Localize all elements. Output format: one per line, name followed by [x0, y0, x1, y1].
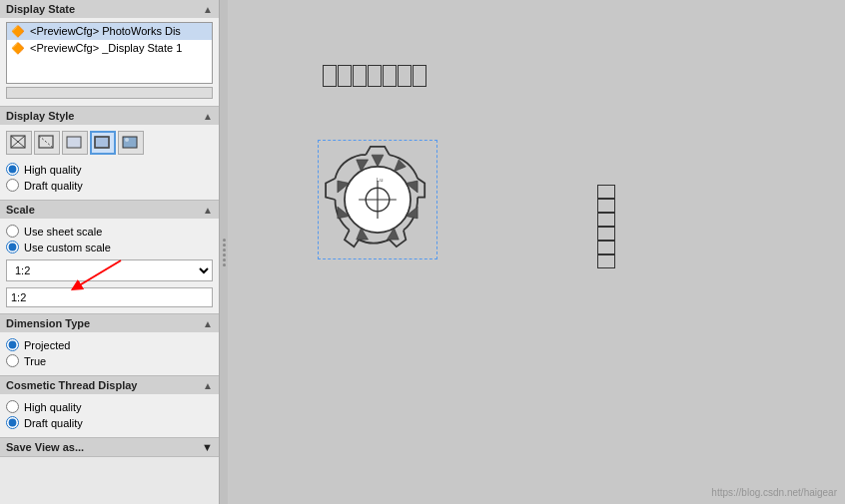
hidden-lines-btn[interactable]	[34, 131, 60, 155]
cosmetic-thread-radio-group: High quality Draft quality	[6, 398, 213, 431]
bracket-0	[323, 65, 337, 87]
scale-chevron: ▲	[203, 205, 213, 216]
sheet-scale-radio[interactable]	[6, 225, 19, 238]
bracket-5	[398, 65, 412, 87]
sheet-scale-label: Use sheet scale	[24, 226, 102, 238]
display-state-header[interactable]: Display State ▲	[0, 0, 219, 18]
scale-content: Use sheet scale Use custom scale 1:2	[0, 219, 219, 313]
ct-draft-quality-radio[interactable]	[6, 416, 19, 429]
gear-svg: Lu	[319, 141, 436, 258]
svg-rect-8	[123, 137, 137, 148]
bracket-2	[353, 65, 367, 87]
projected-option[interactable]: Projected	[6, 338, 213, 351]
ct-draft-quality-label: Draft quality	[24, 417, 83, 429]
display-style-radio-group: High quality Draft quality	[6, 161, 213, 194]
svg-rect-6	[95, 137, 109, 148]
svg-rect-5	[67, 137, 81, 148]
save-view-section: Save View as... ▼	[0, 438, 219, 457]
bracket-4	[383, 65, 397, 87]
high-quality-option[interactable]: High quality	[6, 163, 213, 176]
folder-icon-0: 🔶	[11, 25, 25, 37]
custom-scale-label: Use custom scale	[24, 242, 111, 253]
bracket-1	[338, 65, 352, 87]
display-state-title: Display State	[6, 3, 75, 15]
dimension-type-section: Dimension Type ▲ Projected True	[0, 314, 219, 376]
folder-icon-1: 🔶	[11, 42, 25, 54]
shaded-no-edges-btn[interactable]	[62, 131, 88, 155]
svg-text:Lu: Lu	[377, 177, 384, 183]
gear-container: Lu	[318, 140, 437, 259]
shaded-btn[interactable]	[90, 131, 116, 155]
display-state-list[interactable]: 🔶 <PreviewCfg> PhotoWorks Dis 🔶 <Preview…	[6, 22, 213, 84]
side-cell-2	[597, 213, 615, 227]
side-cell-3	[597, 227, 615, 241]
display-style-title: Display Style	[6, 110, 74, 122]
save-view-chevron: ▼	[202, 441, 213, 453]
scale-header[interactable]: Scale ▲	[0, 201, 219, 219]
gear-group: Lu	[326, 147, 424, 247]
display-style-content: High quality Draft quality	[0, 125, 219, 200]
custom-scale-option[interactable]: Use custom scale	[6, 241, 213, 253]
display-style-chevron: ▲	[203, 111, 213, 122]
side-cell-1	[597, 199, 615, 213]
scale-title: Scale	[6, 204, 35, 216]
save-view-header[interactable]: Save View as... ▼	[0, 438, 219, 456]
true-radio[interactable]	[6, 354, 19, 367]
display-style-header[interactable]: Display Style ▲	[0, 107, 219, 125]
draft-quality-option[interactable]: Draft quality	[6, 179, 213, 192]
top-bracket-row	[323, 65, 426, 87]
side-cell-4	[597, 241, 615, 254]
display-style-section: Display Style ▲	[0, 107, 219, 201]
ct-draft-quality-option[interactable]: Draft quality	[6, 416, 213, 429]
divider-dot-2	[223, 244, 226, 247]
cosmetic-thread-header[interactable]: Cosmetic Thread Display ▲	[0, 376, 219, 394]
scale-input-row	[6, 285, 213, 307]
h-scrollbar-row	[6, 86, 213, 100]
divider-dot-1	[223, 239, 226, 242]
projected-radio[interactable]	[6, 338, 19, 351]
draft-quality-radio[interactable]	[6, 179, 19, 192]
projected-label: Projected	[24, 339, 70, 351]
divider-dots	[223, 239, 226, 266]
cosmetic-thread-title: Cosmetic Thread Display	[6, 379, 137, 391]
ct-high-quality-option[interactable]: High quality	[6, 400, 213, 413]
panel-divider[interactable]	[220, 0, 228, 504]
watermark: https://blog.csdn.net/haigear	[711, 487, 837, 498]
true-label: True	[24, 355, 46, 367]
cosmetic-thread-section: Cosmetic Thread Display ▲ High quality D…	[0, 376, 219, 438]
bracket-6	[413, 65, 426, 87]
divider-dot-3	[223, 249, 226, 252]
display-state-item-1[interactable]: 🔶 <PreviewCfg> _Display State 1	[7, 40, 212, 57]
ct-high-quality-label: High quality	[24, 401, 81, 413]
scale-input[interactable]	[6, 287, 213, 307]
h-scrollbar[interactable]	[6, 87, 213, 99]
style-icon-group	[6, 131, 213, 155]
ct-high-quality-radio[interactable]	[6, 400, 19, 413]
main-canvas[interactable]: Lu https://blog.csdn.net/haigear	[228, 0, 845, 504]
display-state-item-0[interactable]: 🔶 <PreviewCfg> PhotoWorks Dis	[7, 23, 212, 40]
scale-select[interactable]: 1:2	[6, 259, 213, 281]
left-panel: Display State ▲ 🔶 <PreviewCfg> PhotoWork…	[0, 0, 220, 504]
dimension-type-chevron: ▲	[203, 318, 213, 329]
display-state-section: Display State ▲ 🔶 <PreviewCfg> PhotoWork…	[0, 0, 219, 107]
scale-dropdown-row: 1:2	[6, 259, 213, 281]
side-bar	[597, 185, 615, 268]
svg-point-9	[125, 138, 129, 142]
scale-section: Scale ▲ Use sheet scale Use custom scale…	[0, 201, 219, 314]
custom-scale-radio[interactable]	[6, 241, 19, 253]
save-view-title: Save View as...	[6, 441, 84, 453]
divider-dot-4	[223, 253, 226, 256]
high-quality-label: High quality	[24, 164, 81, 176]
dimension-type-header[interactable]: Dimension Type ▲	[0, 314, 219, 332]
true-option[interactable]: True	[6, 354, 213, 367]
sheet-scale-option[interactable]: Use sheet scale	[6, 225, 213, 238]
high-quality-radio[interactable]	[6, 163, 19, 176]
wireframe-btn[interactable]	[6, 131, 32, 155]
bracket-3	[368, 65, 382, 87]
display-state-content: 🔶 <PreviewCfg> PhotoWorks Dis 🔶 <Preview…	[0, 18, 219, 106]
svg-line-4	[39, 136, 53, 148]
dimension-type-radio-group: Projected True	[6, 336, 213, 369]
rendered-btn[interactable]	[118, 131, 144, 155]
side-cell-5	[597, 254, 615, 268]
cosmetic-thread-chevron: ▲	[203, 380, 213, 391]
